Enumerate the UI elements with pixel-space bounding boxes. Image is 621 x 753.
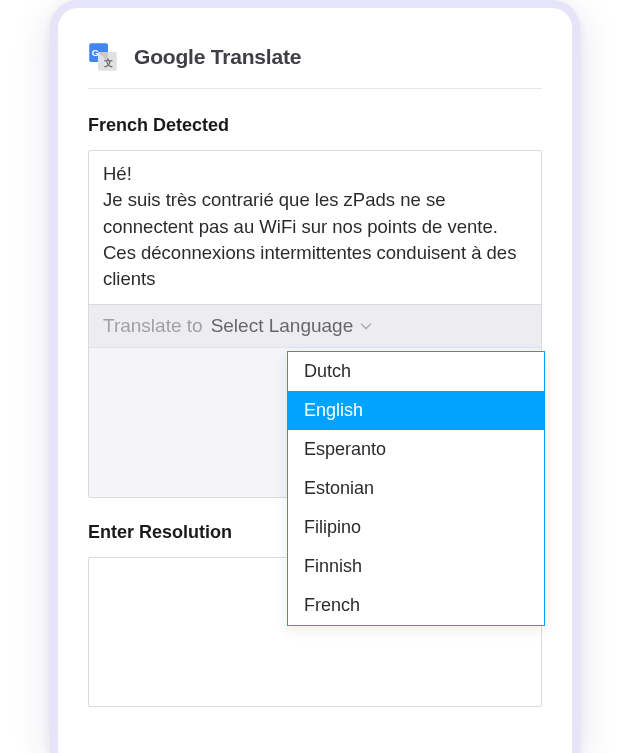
detected-language-label: French Detected bbox=[88, 115, 542, 136]
header-title: Google Translate bbox=[134, 45, 301, 69]
translate-header: G 文 Google Translate bbox=[88, 42, 542, 89]
translate-to-bar: Translate to Select Language DutchEnglis… bbox=[89, 304, 541, 347]
language-select[interactable]: Select Language bbox=[211, 315, 374, 337]
language-dropdown[interactable]: DutchEnglishEsperantoEstonianFilipinoFin… bbox=[287, 351, 545, 626]
translate-to-label: Translate to bbox=[103, 315, 203, 337]
svg-text:G: G bbox=[92, 48, 99, 58]
language-option[interactable]: English bbox=[288, 391, 544, 430]
google-translate-icon: G 文 bbox=[88, 42, 118, 72]
language-option[interactable]: Dutch bbox=[288, 352, 544, 391]
language-option[interactable]: Filipino bbox=[288, 508, 544, 547]
source-text-box: Hé!Je suis très contrarié que les zPads … bbox=[88, 150, 542, 498]
app-content: G 文 Google Translate French Detected Hé!… bbox=[58, 8, 572, 707]
language-option[interactable]: French bbox=[288, 586, 544, 625]
language-option[interactable]: Finnish bbox=[288, 547, 544, 586]
app-frame: G 文 Google Translate French Detected Hé!… bbox=[50, 0, 580, 753]
language-select-value: Select Language bbox=[211, 315, 354, 337]
svg-text:文: 文 bbox=[103, 58, 113, 68]
language-option[interactable]: Estonian bbox=[288, 469, 544, 508]
chevron-down-icon bbox=[359, 319, 373, 333]
language-option[interactable]: Esperanto bbox=[288, 430, 544, 469]
source-text[interactable]: Hé!Je suis très contrarié que les zPads … bbox=[89, 151, 541, 304]
